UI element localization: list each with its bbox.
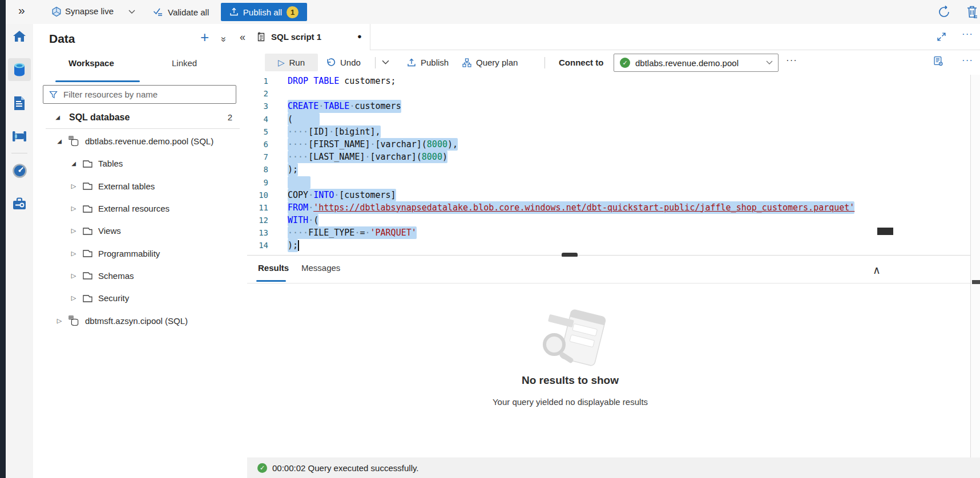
line-number: 7 — [247, 151, 268, 163]
query-plan-button[interactable]: Query plan — [462, 54, 518, 71]
line-number: 4 — [247, 113, 268, 125]
toolbar-overflow-icon[interactable]: ··· — [962, 55, 973, 66]
run-options-chevron-icon[interactable] — [382, 60, 389, 65]
tree-item-label: Schemas — [98, 271, 134, 281]
tree-item-dbtlabs-revenue-demo-pool-sql-[interactable]: ◢dbtlabs.revenue.demo.pool (SQL) — [33, 130, 247, 152]
line-number: 5 — [247, 125, 268, 138]
code-line[interactable]: 14); — [247, 239, 980, 252]
rail-develop-icon[interactable] — [8, 92, 31, 115]
expand-twisty-icon[interactable]: ▷ — [55, 317, 63, 325]
toolbar-more-icon[interactable]: ··· — [786, 55, 797, 66]
sql-pool-icon — [68, 315, 79, 326]
line-number: 2 — [247, 87, 268, 100]
connection-ok-icon: ✓ — [620, 58, 630, 68]
rail-data-icon[interactable] — [8, 58, 31, 81]
run-button[interactable]: ▷ Run — [265, 54, 318, 71]
tab-sql-script-1[interactable]: SQL script 1 — [247, 24, 370, 50]
code-line[interactable]: 6····[FIRST_NAME]·[varchar](8000), — [247, 138, 980, 151]
tree-item-dbtmsft-azsyn-cipool-sql-[interactable]: ▷dbtmsft.azsyn.cipool (SQL) — [33, 309, 247, 331]
validate-all-label: Validate all — [168, 7, 209, 17]
data-explorer-panel: Data + » « Workspace Linked ◢ SQL databa… — [33, 24, 248, 478]
code-line[interactable]: 4( — [247, 113, 980, 125]
folder-icon — [83, 182, 92, 190]
tab-more-icon[interactable]: ··· — [962, 29, 973, 40]
expand-twisty-icon[interactable]: ▷ — [70, 183, 78, 190]
trash-icon[interactable] — [965, 5, 979, 19]
filter-resources-input[interactable] — [62, 89, 236, 100]
line-number: 1 — [247, 75, 268, 87]
scrollbar-track[interactable] — [970, 75, 980, 457]
collapse-panel-icon[interactable]: « — [240, 31, 245, 43]
tree-item-views[interactable]: ▷Views — [33, 220, 247, 242]
code-line[interactable]: 5····[ID]·[bigint], — [247, 125, 980, 138]
tree-item-external-tables[interactable]: ▷External tables — [33, 175, 247, 197]
folder-icon — [83, 160, 92, 168]
tab-linked[interactable]: Linked — [172, 58, 197, 68]
connect-to-dropdown[interactable]: ✓ dbtlabs.revenue.demo.pool — [614, 54, 779, 72]
environment-selector[interactable]: Synapse live — [65, 6, 114, 16]
line-number: 9 — [247, 176, 268, 189]
tree-item-tables[interactable]: ◢Tables — [33, 152, 247, 175]
tree-item-external-resources[interactable]: ▷External resources — [33, 197, 247, 220]
code-editor[interactable]: 1DROP TABLE customers;23CREATE·TABLE·cus… — [247, 75, 980, 255]
sql-pool-icon — [68, 136, 79, 147]
tree-item-security[interactable]: ▷Security — [33, 287, 247, 309]
publish-button[interactable]: Publish — [407, 54, 449, 71]
scrollbar-thumb[interactable] — [972, 280, 980, 284]
line-number: 10 — [247, 189, 268, 201]
expand-editor-icon[interactable] — [937, 32, 946, 42]
code-line[interactable]: 2 — [247, 87, 980, 100]
collapse-results-icon[interactable]: ∧ — [873, 264, 881, 277]
expand-twisty-icon[interactable]: ▷ — [70, 294, 78, 302]
tree-item-label: External tables — [98, 181, 155, 191]
panel-splitter[interactable] — [247, 255, 980, 256]
folder-icon — [83, 227, 92, 235]
line-number: 12 — [247, 214, 268, 226]
tree-item-label: External resources — [98, 204, 170, 213]
rail-manage-icon[interactable] — [8, 192, 31, 215]
collapse-twisty-icon[interactable]: ◢ — [55, 138, 63, 144]
code-line[interactable]: 12WITH·( — [247, 214, 980, 226]
rail-integrate-icon[interactable] — [8, 125, 31, 148]
tab-messages[interactable]: Messages — [301, 263, 340, 273]
add-resource-icon[interactable]: + — [200, 30, 209, 44]
tab-workspace[interactable]: Workspace — [68, 58, 114, 68]
code-line[interactable]: 8); — [247, 163, 980, 176]
code-line[interactable]: 9 — [247, 176, 980, 189]
properties-icon[interactable] — [933, 56, 943, 66]
tree-item-label: Views — [98, 226, 121, 236]
tree-item-label: Tables — [98, 159, 123, 168]
tree-item-programmability[interactable]: ▷Programmability — [33, 242, 247, 264]
document-tab-row: SQL script 1 ● ··· — [247, 24, 980, 50]
expand-nav-icon[interactable]: » — [18, 3, 25, 17]
publish-all-button[interactable]: Publish all 1 — [221, 3, 307, 21]
refresh-icon[interactable] — [937, 5, 951, 19]
tree-item-label: dbtlabs.revenue.demo.pool (SQL) — [85, 136, 213, 146]
collapse-twisty-icon[interactable]: ◢ — [54, 114, 62, 120]
rail-home-icon[interactable] — [8, 25, 31, 48]
chevron-down-icon[interactable] — [128, 10, 135, 14]
code-line[interactable]: 10COPY·INTO·[customers] — [247, 189, 980, 201]
expand-twisty-icon[interactable]: ▷ — [70, 272, 78, 279]
tab-results[interactable]: Results — [258, 263, 289, 273]
expand-twisty-icon[interactable]: ▷ — [70, 250, 78, 257]
validate-all-button[interactable]: Validate all — [153, 5, 209, 19]
tree-item-sql-database[interactable]: ◢ SQL database 2 — [33, 106, 247, 128]
expand-twisty-icon[interactable]: ▷ — [70, 227, 78, 234]
code-line[interactable]: 7····[LAST_NAME]·[varchar](8000) — [247, 151, 980, 163]
code-line[interactable]: 1DROP TABLE customers; — [247, 75, 980, 87]
code-line[interactable]: 3CREATE·TABLE·customers — [247, 100, 980, 112]
undo-icon — [326, 58, 336, 67]
scrollbar-cursor-marker[interactable] — [877, 228, 893, 235]
collapse-twisty-icon[interactable]: ◢ — [70, 160, 78, 167]
code-line[interactable]: 13····FILE_TYPE·=·'PARQUET' — [247, 226, 980, 239]
top-command-bar: » Synapse live Validate all Publish all … — [6, 0, 980, 25]
expand-twisty-icon[interactable]: ▷ — [70, 205, 78, 212]
code-line[interactable]: 11FROM·'https://dbtlabsynapsedatalake.bl… — [247, 201, 980, 214]
filter-resources-box[interactable] — [43, 85, 236, 104]
rail-divider — [11, 153, 27, 153]
tree-item-schemas[interactable]: ▷Schemas — [33, 265, 247, 287]
undo-button[interactable]: Undo — [326, 54, 361, 71]
collapse-all-icon[interactable]: » — [218, 37, 229, 40]
rail-monitor-icon[interactable] — [8, 159, 31, 182]
